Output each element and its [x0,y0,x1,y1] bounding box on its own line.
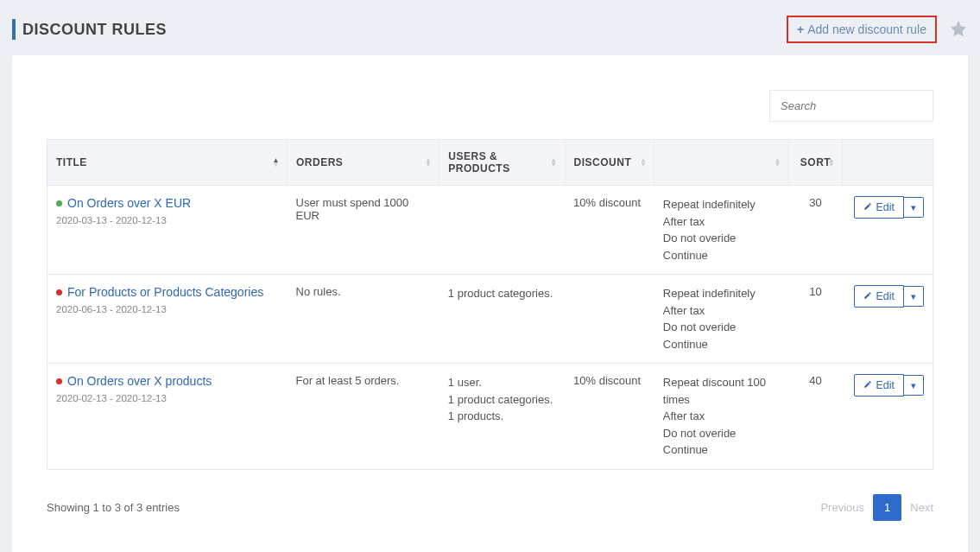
add-discount-rule-button[interactable]: + Add new discount rule [787,16,937,43]
sort-icon: ▲▼ [828,158,835,167]
col-users-products[interactable]: USERS & PRODUCTS ▲▼ [439,140,565,186]
col-actions [843,140,933,186]
rules-cell: Repeat discount 100 timesAfter taxDo not… [654,364,789,470]
rule-dates: 2020-02-13 - 2020-12-13 [56,393,279,403]
users-products-cell: 1 user.1 product categories.1 products. [439,364,565,470]
status-dot [56,289,62,295]
sort-icon: ▲▼ [640,158,647,167]
plus-icon: + [797,22,804,36]
rule-title-link[interactable]: On Orders over X products [67,374,212,388]
discount-cell [565,275,654,364]
page-header: DISCOUNT RULES + Add new discount rule [12,0,968,55]
pagination-next[interactable]: Next [910,501,933,514]
search-input[interactable] [769,90,933,122]
rule-title-link[interactable]: For Products or Products Categories [67,285,263,299]
add-button-label: Add new discount rule [807,22,926,36]
rule-dates: 2020-03-13 - 2020-12-13 [56,215,279,225]
sort-icon: ▲▼ [774,158,781,167]
page-title: DISCOUNT RULES [22,21,167,39]
pencil-icon [863,290,872,302]
pagination-prev[interactable]: Previous [820,501,864,514]
table-footer: Showing 1 to 3 of 3 entries Previous 1 N… [47,494,933,521]
table-row: On Orders over X EUR2020-03-13 - 2020-12… [47,186,933,275]
col-orders[interactable]: ORDERS ▲▼ [288,140,439,186]
orders-cell: For at least 5 orders. [288,364,439,470]
table-row: On Orders over X products2020-02-13 - 20… [47,364,933,470]
orders-cell: User must spend 1000 EUR [288,186,439,275]
content-card: TITLE ▲▼ ORDERS ▲▼ USERS & PRODUCTS ▲▼ D… [12,55,968,552]
users-products-cell [439,186,565,275]
col-discount[interactable]: DISCOUNT ▲▼ [565,140,654,186]
col-rules[interactable]: ▲▼ [654,140,789,186]
row-actions-dropdown[interactable]: ▾ [904,286,924,307]
favorite-star-icon[interactable] [949,19,968,41]
pencil-icon [863,201,872,213]
sort-icon: ▲▼ [550,158,557,167]
users-products-cell: 1 product categories. [439,275,565,364]
title-accent-bar [12,19,16,40]
edit-label: Edit [876,379,895,391]
discount-cell: 10% discount [565,186,654,275]
status-dot [56,200,62,206]
orders-cell: No rules. [288,275,439,364]
rule-dates: 2020-06-13 - 2020-12-13 [56,304,279,314]
table-row: For Products or Products Categories2020-… [47,275,933,364]
pencil-icon [863,379,872,391]
caret-down-icon: ▾ [911,380,916,390]
sort-icon: ▲▼ [425,158,432,167]
status-dot [56,378,62,384]
edit-button[interactable]: Edit [854,196,904,219]
entries-info: Showing 1 to 3 of 3 entries [47,501,180,514]
edit-button[interactable]: Edit [854,374,904,397]
pagination-page-1[interactable]: 1 [873,494,901,521]
row-actions-dropdown[interactable]: ▾ [904,375,924,396]
row-actions-dropdown[interactable]: ▾ [904,197,924,218]
edit-button[interactable]: Edit [854,285,904,308]
caret-down-icon: ▾ [911,202,916,213]
edit-label: Edit [876,201,895,213]
edit-label: Edit [876,290,895,302]
sort-cell: 40 [788,364,842,470]
rules-cell: Repeat indefinitelyAfter taxDo not overi… [654,186,789,275]
sort-icon: ▲▼ [273,158,280,167]
rule-title-link[interactable]: On Orders over X EUR [67,196,191,210]
discount-cell: 10% discount [565,364,654,470]
sort-cell: 30 [788,186,842,275]
sort-cell: 10 [788,275,842,364]
pagination: Previous 1 Next [820,494,933,521]
col-sort[interactable]: SORT ▲▼ [788,140,842,186]
discount-rules-table: TITLE ▲▼ ORDERS ▲▼ USERS & PRODUCTS ▲▼ D… [47,139,933,470]
col-title[interactable]: TITLE ▲▼ [47,140,288,186]
caret-down-icon: ▾ [911,291,916,301]
rules-cell: Repeat indefinitelyAfter taxDo not overi… [654,275,789,364]
